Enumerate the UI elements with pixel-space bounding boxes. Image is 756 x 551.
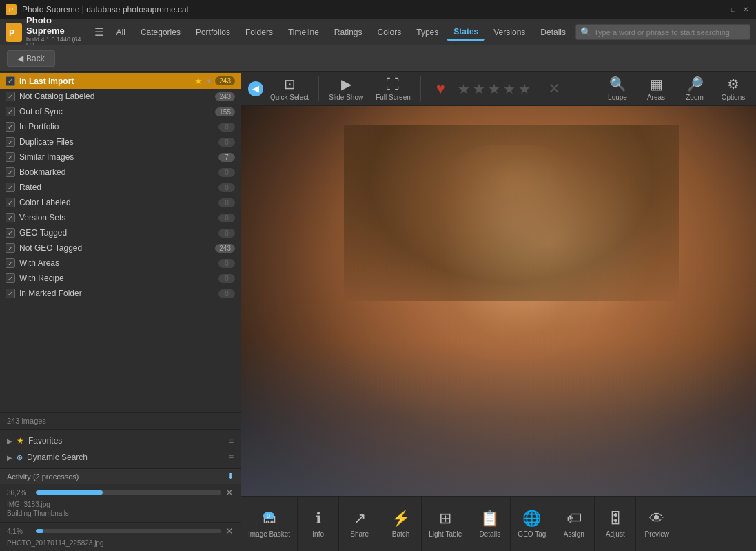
state-checkbox-color-labeled[interactable] (6, 198, 15, 207)
building-label-1: Building Thumbnails (7, 510, 234, 517)
progress-close-1[interactable]: ✕ (225, 487, 234, 498)
state-checkbox-not-geo-tagged[interactable] (6, 243, 15, 253)
nav-arrow-left-button[interactable]: ◀ (248, 81, 263, 96)
state-item-geo-tagged[interactable]: GEO Tagged 0 (0, 225, 241, 240)
tab-details[interactable]: Details (533, 25, 573, 40)
toolbar-separator-1 (318, 76, 319, 101)
heart-icon[interactable]: ♥ (436, 80, 445, 98)
toolbar-separator-3 (538, 76, 538, 101)
star-1[interactable]: ★ (458, 81, 470, 97)
details-button[interactable]: 📋 Details (469, 497, 511, 551)
loupe-button[interactable]: 🔍 Loupe (599, 73, 636, 104)
zoom-button[interactable]: 🔎 Zoom (676, 73, 713, 104)
state-item-rated[interactable]: Rated 0 (0, 180, 241, 195)
details-icon: 📋 (480, 510, 499, 528)
adjust-button[interactable]: 🎛 Adjust (595, 497, 636, 551)
tab-portfolios[interactable]: Portfolios (189, 25, 237, 40)
state-item-out-of-sync[interactable]: Out of Sync 155 (0, 104, 241, 119)
sidebar: In Last Import ★ ▾ 243 Not Catalog Label… (0, 72, 241, 551)
back-bar: ◀ Back (0, 45, 756, 72)
state-checkbox-similar-images[interactable] (6, 152, 15, 162)
rating-area: ♥ (425, 76, 456, 102)
activity-bar: Activity (2 processes) ⬇ (0, 468, 241, 484)
image-container (241, 106, 756, 496)
dynamic-search-menu-icon[interactable]: ≡ (229, 453, 234, 462)
minimize-button[interactable]: — (716, 5, 726, 14)
preview-button[interactable]: 👁 Preview (636, 497, 677, 551)
tab-all[interactable]: All (110, 25, 132, 40)
tab-versions[interactable]: Versions (487, 25, 532, 40)
state-checkbox-in-last-import[interactable] (6, 76, 15, 86)
state-checkbox-with-areas[interactable] (6, 258, 15, 268)
hamburger-button[interactable]: ☰ (92, 23, 107, 41)
star-4[interactable]: ★ (503, 81, 515, 97)
state-item-duplicate-files[interactable]: Duplicate Files 0 (0, 134, 241, 149)
state-item-in-last-import[interactable]: In Last Import ★ ▾ 243 (0, 73, 241, 89)
tab-folders[interactable]: Folders (238, 25, 280, 40)
state-checkbox-bookmarked[interactable] (6, 167, 15, 177)
search-bar: 🔍 (575, 24, 750, 40)
content-wrapper: ◀ Back In Last Import ★ ▾ 243 (0, 45, 756, 551)
sidebar-item-favorites[interactable]: ▶ ★ Favorites ≡ (0, 433, 241, 449)
geo-tag-button[interactable]: 🌐 GEO Tag (511, 497, 553, 551)
state-item-bookmarked[interactable]: Bookmarked 0 (0, 165, 241, 180)
tab-categories[interactable]: Categories (134, 25, 187, 40)
full-screen-button[interactable]: ⛶ Full Screen (370, 74, 416, 104)
back-button[interactable]: ◀ Back (7, 50, 55, 67)
title-bar: P Photo Supreme | database photosupreme.… (0, 0, 756, 19)
state-checkbox-version-sets[interactable] (6, 213, 15, 222)
tab-states[interactable]: States (447, 24, 485, 41)
assign-icon: 🏷 (566, 510, 582, 528)
star-5[interactable]: ★ (518, 81, 531, 97)
state-checkbox-with-recipe[interactable] (6, 273, 15, 283)
slide-show-button[interactable]: ▶ Slide Show (323, 73, 369, 104)
options-button[interactable]: ⚙ Options (715, 73, 752, 104)
state-item-with-areas[interactable]: With Areas 0 (0, 256, 241, 271)
state-checkbox-duplicate-files[interactable] (6, 137, 15, 147)
favorites-menu-icon[interactable]: ≡ (229, 436, 234, 446)
nav-tabs: All Categories Portfolios Folders Timeli… (110, 24, 573, 41)
state-item-version-sets[interactable]: Version Sets 0 (0, 210, 241, 225)
maximize-button[interactable]: □ (728, 5, 738, 14)
state-item-not-catalog-labeled[interactable]: Not Catalog Labeled 243 (0, 89, 241, 104)
assign-button[interactable]: 🏷 Assign (553, 497, 595, 551)
reject-icon[interactable]: ✕ (542, 80, 566, 98)
state-checkbox-geo-tagged[interactable] (6, 228, 15, 238)
light-table-button[interactable]: ⊞ Light Table (422, 497, 469, 551)
info-button[interactable]: ℹ Info (298, 497, 339, 551)
batch-button[interactable]: ⚡ Batch (380, 497, 422, 551)
state-checkbox-in-marked-folder[interactable] (6, 289, 15, 298)
state-checkbox-in-portfolio[interactable] (6, 122, 15, 132)
state-item-color-labeled[interactable]: Color Labeled 0 (0, 195, 241, 210)
progress-section-2: 4,1% ✕ PHOTO_20170114_225823.jpg (0, 522, 241, 551)
state-checkbox-not-catalog-labeled[interactable] (6, 92, 15, 101)
tab-types[interactable]: Types (409, 25, 445, 40)
progress-bar-fill-1 (36, 490, 103, 495)
state-item-in-portfolio[interactable]: In Portfolio 0 (0, 119, 241, 134)
tab-colors[interactable]: Colors (371, 25, 409, 40)
sidebar-item-dynamic-search[interactable]: ▶ ⊛ Dynamic Search ≡ (0, 449, 241, 466)
state-item-similar-images[interactable]: Similar Images 7 (0, 149, 241, 165)
tab-timeline[interactable]: Timeline (281, 25, 326, 40)
dynamic-search-label: Dynamic Search (27, 453, 88, 462)
basket-count-badge: 0 (263, 512, 274, 519)
close-button[interactable]: ✕ (741, 5, 750, 14)
state-item-not-geo-tagged[interactable]: Not GEO Tagged 243 (0, 240, 241, 256)
state-checkbox-rated[interactable] (6, 183, 15, 192)
share-button[interactable]: ↗ Share (339, 497, 380, 551)
state-item-in-marked-folder[interactable]: In Marked Folder 0 (0, 286, 241, 301)
search-input[interactable] (594, 28, 746, 37)
preview-icon: 👁 (649, 510, 664, 528)
areas-button[interactable]: ▦ Areas (637, 73, 675, 104)
image-basket-button[interactable]: 🗂 0 Image Basket (241, 497, 298, 551)
progress-bar-bg-2 (36, 529, 221, 533)
state-checkbox-out-of-sync[interactable] (6, 107, 15, 116)
sidebar-sections: ▶ ★ Favorites ≡ ▶ ⊛ Dynamic Search ≡ (0, 429, 241, 468)
content-area: ◀ ⊡ Quick Select ▶ Slide Show ⛶ Full Scr… (241, 72, 756, 551)
progress-close-2[interactable]: ✕ (225, 526, 234, 537)
quick-select-button[interactable]: ⊡ Quick Select (265, 73, 314, 104)
state-item-with-recipe[interactable]: With Recipe 0 (0, 271, 241, 286)
star-2[interactable]: ★ (473, 81, 485, 97)
star-3[interactable]: ★ (488, 81, 500, 97)
tab-ratings[interactable]: Ratings (327, 25, 369, 40)
